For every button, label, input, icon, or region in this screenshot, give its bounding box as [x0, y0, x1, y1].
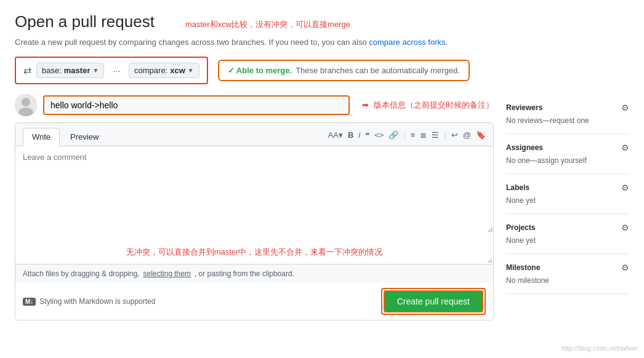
- center-annotation: 无冲突，可以直接合并到master中，这里先不合并，来看一下冲突的情况: [15, 234, 493, 264]
- sidebar-reviewers: Reviewers ⚙ No reviews—request one: [506, 94, 629, 134]
- editor-toolbar: AA▾ B i ❝ <> 🔗 | ≡ ≣ ☰ | ↩ @ 🔖: [328, 130, 486, 143]
- bottom-row: M↓ Styling with Markdown is supported Cr…: [15, 283, 493, 320]
- toolbar-sep1: |: [403, 130, 405, 140]
- sidebar-assignees: Assignees ⚙ No one—assign yourself: [506, 134, 629, 174]
- merge-ok-text: ✓ Able to merge.: [228, 66, 292, 75]
- compare-branch-select[interactable]: compare: xcw ▼: [129, 63, 199, 78]
- editor-footer: Attach files by dragging & dropping, sel…: [15, 264, 493, 283]
- labels-value: None yet: [506, 196, 629, 205]
- svg-point-1: [22, 98, 30, 106]
- reviewers-title: Reviewers: [506, 103, 542, 112]
- reviewers-value: No reviews—request one: [506, 116, 629, 125]
- milestone-value: No milestone: [506, 276, 629, 285]
- top-annotation: master和xcw比较，没有冲突，可以直接merge: [185, 19, 350, 30]
- projects-gear-icon[interactable]: ⚙: [621, 223, 629, 233]
- pr-title-input[interactable]: [44, 97, 348, 114]
- toolbar-bold[interactable]: B: [348, 130, 353, 140]
- attach-link[interactable]: selecting them: [143, 269, 190, 278]
- toolbar-sep2: |: [444, 130, 446, 140]
- avatar: [15, 94, 37, 116]
- assignees-gear-icon[interactable]: ⚙: [621, 143, 629, 153]
- toolbar-code[interactable]: <>: [374, 130, 384, 140]
- toolbar-task[interactable]: ☰: [432, 130, 439, 140]
- toolbar-bookmark[interactable]: 🔖: [476, 130, 486, 140]
- merge-status: ✓ Able to merge. These branches can be a…: [218, 60, 470, 81]
- projects-title: Projects: [506, 223, 535, 232]
- attach-text: Attach files by dragging & dropping,: [23, 269, 139, 278]
- md-badge: M↓: [23, 298, 36, 306]
- title-annotation: ➡ 版本信息（之前提交时候的备注）: [362, 100, 494, 111]
- toolbar-quote[interactable]: ❝: [365, 130, 369, 140]
- form-section: ➡ 版本信息（之前提交时候的备注） Write Preview AA▾ B i …: [15, 94, 494, 320]
- milestone-gear-icon[interactable]: ⚙: [621, 263, 629, 272]
- subtitle: Create a new pull request by comparing c…: [15, 38, 629, 47]
- merge-desc: These branches can be automatically merg…: [296, 66, 460, 75]
- tab-write[interactable]: Write: [23, 128, 60, 146]
- reviewers-gear-icon[interactable]: ⚙: [621, 103, 629, 113]
- tab-preview[interactable]: Preview: [61, 128, 108, 146]
- sidebar-projects: Projects ⚙ None yet: [506, 214, 629, 254]
- compare-forks-link[interactable]: compare across forks: [369, 38, 445, 47]
- attach-text2: , or pasting from the clipboard.: [195, 269, 294, 278]
- md-text: Styling with Markdown is supported: [39, 297, 155, 306]
- toolbar-heading[interactable]: AA▾: [328, 130, 343, 140]
- sidebar-milestone: Milestone ⚙ No milestone: [506, 254, 629, 294]
- toolbar-reply[interactable]: ↩: [451, 130, 458, 140]
- toolbar-link[interactable]: 🔗: [388, 130, 398, 140]
- sidebar: Reviewers ⚙ No reviews—request one Assig…: [506, 94, 629, 320]
- labels-title: Labels: [506, 183, 529, 192]
- assignees-title: Assignees: [506, 143, 543, 152]
- sidebar-labels: Labels ⚙ None yet: [506, 174, 629, 214]
- base-branch-select[interactable]: base: master ▼: [36, 63, 104, 78]
- comment-textarea[interactable]: [15, 146, 493, 233]
- branch-icon: ⇄: [23, 65, 31, 76]
- projects-value: None yet: [506, 236, 629, 245]
- editor-tabs: Write Preview AA▾ B i ❝ <> 🔗 | ≡ ≣ ☰ | ↩: [15, 123, 493, 146]
- pr-editor: Write Preview AA▾ B i ❝ <> 🔗 | ≡ ≣ ☰ | ↩: [15, 122, 494, 320]
- labels-gear-icon[interactable]: ⚙: [621, 183, 629, 193]
- assignees-value: No one—assign yourself: [506, 156, 629, 165]
- toolbar-italic[interactable]: i: [358, 130, 360, 140]
- milestone-title: Milestone: [506, 263, 540, 272]
- create-pr-button[interactable]: Create pull request: [384, 290, 483, 312]
- toolbar-ul[interactable]: ≡: [411, 130, 416, 140]
- toolbar-mention[interactable]: @: [463, 130, 471, 140]
- page-title: Open a pull request: [15, 12, 155, 31]
- branch-dots[interactable]: ···: [109, 63, 124, 78]
- toolbar-ol[interactable]: ≣: [420, 130, 427, 140]
